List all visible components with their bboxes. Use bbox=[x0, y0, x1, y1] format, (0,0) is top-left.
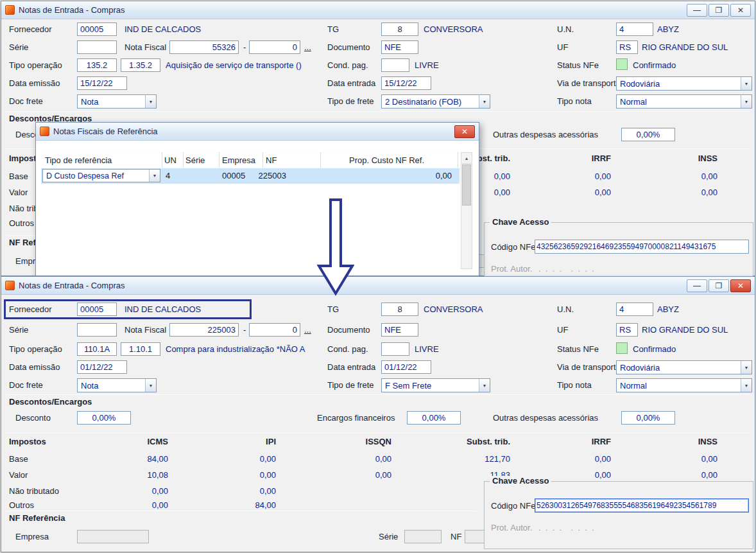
data-emissao-field[interactable] bbox=[77, 360, 127, 374]
nota-fiscal-browse-link[interactable]: ... bbox=[304, 325, 311, 335]
data-emissao-field[interactable] bbox=[77, 76, 127, 90]
window-titlebar[interactable]: Notas de Entrada - Compras — ❐ ✕ bbox=[1, 1, 755, 19]
close-icon[interactable]: ✕ bbox=[730, 4, 751, 17]
tipo-operacao-code2-field[interactable] bbox=[121, 58, 160, 72]
chevron-down-icon: ▼ bbox=[741, 77, 752, 90]
data-entrada-field[interactable] bbox=[381, 76, 431, 90]
chevron-down-icon: ▼ bbox=[741, 95, 752, 108]
nota-fiscal-field[interactable] bbox=[169, 323, 239, 337]
tg-field[interactable] bbox=[381, 303, 418, 316]
close-icon[interactable]: ✕ bbox=[454, 125, 475, 138]
nota-fiscal-separator: - bbox=[243, 42, 246, 53]
serie-label: Série bbox=[9, 325, 28, 335]
scroll-up-icon[interactable]: ▲ bbox=[461, 153, 472, 164]
dialog-titlebar[interactable]: Notas Fiscais de Referência ✕ bbox=[36, 123, 479, 141]
tipo-nota-select[interactable]: Normal ▼ bbox=[616, 94, 752, 109]
maximize-icon[interactable]: ❐ bbox=[709, 279, 729, 292]
imposto-row-label: Não tributado bbox=[9, 486, 59, 496]
via-transporte-value: Rodoviária bbox=[620, 363, 741, 373]
nota-fiscal-suffix-field[interactable] bbox=[249, 40, 300, 54]
serie-field[interactable] bbox=[77, 40, 117, 54]
uf-field[interactable] bbox=[616, 323, 638, 337]
nota-fiscal-label: Nota Fiscal bbox=[125, 325, 166, 335]
tg-label: TG bbox=[327, 304, 339, 315]
grid-col-separator bbox=[183, 152, 184, 168]
scrollbar-thumb[interactable] bbox=[462, 164, 471, 206]
outras-despesas-field[interactable] bbox=[621, 411, 675, 425]
via-transporte-select[interactable]: Rodoviária ▼ bbox=[616, 360, 752, 374]
window-titlebar[interactable]: Notas de Entrada - Compras — ❐ ✕ bbox=[1, 277, 755, 295]
nota-fiscal-field[interactable] bbox=[169, 40, 239, 54]
chevron-down-icon: ▼ bbox=[145, 95, 156, 108]
grid-col-separator bbox=[458, 152, 458, 168]
grid-col-separator bbox=[162, 152, 162, 168]
empresa-field bbox=[77, 530, 149, 543]
status-nfe-value: Confirmado bbox=[633, 60, 676, 71]
tipo-operacao-label: Tipo operação bbox=[9, 344, 62, 355]
maximize-icon[interactable]: ❐ bbox=[709, 4, 729, 17]
tipo-operacao-code2-field[interactable] bbox=[121, 342, 160, 356]
close-icon[interactable]: ✕ bbox=[730, 279, 751, 292]
imposto-value: 10,08 bbox=[104, 470, 168, 480]
codigo-nfe-field[interactable] bbox=[535, 498, 749, 513]
un-label: U.N. bbox=[557, 304, 574, 315]
prot-autor-label: Prot. Autor. bbox=[491, 523, 532, 533]
serie-field[interactable] bbox=[77, 323, 117, 337]
imposto-value: 0,00 bbox=[104, 486, 168, 496]
fornecedor-code-field[interactable] bbox=[77, 22, 117, 36]
reference-row[interactable]: D Custo Despesa Ref ▼ 4 00005 225003 0,0… bbox=[41, 168, 460, 184]
uf-field[interactable] bbox=[616, 40, 638, 54]
nota-fiscal-separator: - bbox=[243, 325, 246, 335]
app-icon bbox=[5, 281, 15, 290]
imposto-value: 0,00 bbox=[212, 454, 276, 464]
imposto-row-label: Valor bbox=[9, 188, 28, 198]
tipo-nota-label: Tipo nota bbox=[557, 380, 592, 391]
tipo-frete-select[interactable]: F Sem Frete ▼ bbox=[381, 378, 490, 392]
tipo-nota-select[interactable]: Normal ▼ bbox=[616, 378, 752, 392]
outras-despesas-field[interactable] bbox=[621, 128, 675, 141]
nota-fiscal-browse-link[interactable]: ... bbox=[304, 42, 311, 52]
doc-frete-select[interactable]: Nota ▼ bbox=[77, 378, 157, 392]
cond-pag-label: Cond. pag. bbox=[327, 344, 368, 355]
tipo-frete-select[interactable]: 2 Destinatario (FOB) ▼ bbox=[381, 94, 490, 109]
cond-pag-field[interactable] bbox=[381, 342, 409, 356]
data-entrada-field[interactable] bbox=[381, 360, 431, 374]
imposto-row-label: Outros bbox=[9, 218, 34, 229]
chave-acesso-group: Chave Acesso Código NFe Prot. Autor. . .… bbox=[484, 481, 753, 549]
un-field[interactable] bbox=[616, 303, 653, 316]
grid-col-tipo: Tipo de referência bbox=[45, 155, 112, 166]
imposto-value: 0,00 bbox=[104, 500, 168, 510]
tipo-nota-value: Normal bbox=[620, 381, 741, 391]
chevron-down-icon: ▼ bbox=[479, 95, 490, 108]
grid-col-un: UN bbox=[164, 155, 176, 166]
documento-label: Documento bbox=[327, 42, 370, 53]
un-field[interactable] bbox=[616, 22, 653, 36]
minimize-icon[interactable]: — bbox=[687, 279, 707, 292]
minimize-icon[interactable]: — bbox=[687, 4, 707, 17]
encargos-field[interactable] bbox=[407, 411, 461, 425]
data-emissao-label: Data emissão bbox=[9, 362, 60, 373]
tipo-referencia-select[interactable]: D Custo Despesa Ref ▼ bbox=[42, 169, 160, 182]
documento-field[interactable] bbox=[381, 40, 418, 54]
desconto-field[interactable] bbox=[77, 411, 131, 425]
window-controls: — ❐ ✕ bbox=[687, 4, 751, 17]
nota-fiscal-suffix-field[interactable] bbox=[249, 323, 300, 337]
tipo-operacao-code-field[interactable] bbox=[77, 342, 117, 356]
via-transporte-select[interactable]: Rodoviária ▼ bbox=[616, 76, 752, 91]
grid-scrollbar[interactable]: ▲ bbox=[461, 152, 472, 269]
tipo-nota-label: Tipo nota bbox=[557, 96, 592, 107]
uf-label: UF bbox=[557, 42, 568, 53]
section-chave-acesso: Chave Acesso bbox=[490, 476, 551, 486]
doc-frete-select[interactable]: Nota ▼ bbox=[77, 94, 157, 109]
tipo-operacao-code-field[interactable] bbox=[77, 58, 117, 72]
fornecedor-name: IND DE CALCADOS bbox=[125, 24, 201, 35]
data-entrada-label: Data entrada bbox=[327, 78, 375, 89]
tipo-operacao-desc: Compra para industrialização *NÃO A bbox=[166, 344, 305, 355]
cond-pag-field[interactable] bbox=[381, 58, 409, 72]
status-nfe-label: Status NFe bbox=[557, 60, 599, 71]
codigo-nfe-field[interactable] bbox=[535, 240, 749, 254]
tg-field[interactable] bbox=[381, 22, 418, 36]
section-divider bbox=[6, 111, 750, 112]
documento-field[interactable] bbox=[381, 323, 418, 337]
imposto-value: 0,00 bbox=[653, 188, 717, 197]
